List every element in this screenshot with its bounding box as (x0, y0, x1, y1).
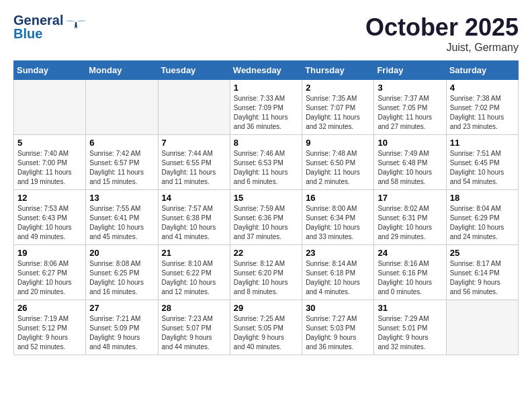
day-info: Sunrise: 7:25 AM Sunset: 5:05 PM Dayligh… (234, 314, 298, 352)
page-header: General Blue October 2025 Juist, Germany (13, 13, 519, 54)
day-cell-13: 13Sunrise: 7:55 AM Sunset: 6:41 PM Dayli… (86, 190, 158, 245)
day-cell-21: 21Sunrise: 8:10 AM Sunset: 6:22 PM Dayli… (158, 245, 230, 300)
day-cell-5: 5Sunrise: 7:40 AM Sunset: 7:00 PM Daylig… (14, 135, 86, 190)
day-number: 7 (162, 138, 226, 148)
day-number: 22 (234, 248, 298, 258)
day-number: 21 (162, 248, 226, 258)
day-info: Sunrise: 7:46 AM Sunset: 6:53 PM Dayligh… (234, 149, 298, 187)
day-number: 24 (378, 248, 442, 258)
weekday-saturday: Saturday (446, 61, 518, 80)
day-info: Sunrise: 8:06 AM Sunset: 6:27 PM Dayligh… (17, 259, 82, 297)
day-number: 31 (378, 303, 442, 313)
day-info: Sunrise: 8:12 AM Sunset: 6:20 PM Dayligh… (234, 259, 298, 297)
weekday-monday: Monday (86, 61, 158, 80)
day-number: 9 (306, 138, 370, 148)
day-number: 5 (17, 138, 82, 148)
day-number: 2 (306, 83, 370, 93)
empty-cell (446, 300, 518, 355)
day-cell-25: 25Sunrise: 8:17 AM Sunset: 6:14 PM Dayli… (446, 245, 518, 300)
day-cell-27: 27Sunrise: 7:21 AM Sunset: 5:09 PM Dayli… (86, 300, 158, 355)
day-cell-6: 6Sunrise: 7:42 AM Sunset: 6:57 PM Daylig… (86, 135, 158, 190)
week-row-5: 26Sunrise: 7:19 AM Sunset: 5:12 PM Dayli… (14, 300, 519, 355)
day-info: Sunrise: 7:19 AM Sunset: 5:12 PM Dayligh… (17, 314, 82, 352)
day-info: Sunrise: 7:53 AM Sunset: 6:43 PM Dayligh… (17, 204, 82, 242)
day-info: Sunrise: 8:04 AM Sunset: 6:29 PM Dayligh… (450, 204, 515, 242)
day-cell-9: 9Sunrise: 7:48 AM Sunset: 6:50 PM Daylig… (302, 135, 374, 190)
day-info: Sunrise: 7:51 AM Sunset: 6:45 PM Dayligh… (450, 149, 515, 187)
day-cell-19: 19Sunrise: 8:06 AM Sunset: 6:27 PM Dayli… (14, 245, 86, 300)
day-number: 10 (378, 138, 442, 148)
day-number: 25 (450, 248, 515, 258)
empty-cell (158, 80, 230, 135)
day-number: 28 (162, 303, 226, 313)
day-number: 17 (378, 193, 442, 203)
day-number: 3 (378, 83, 442, 93)
day-info: Sunrise: 7:48 AM Sunset: 6:50 PM Dayligh… (306, 149, 370, 187)
day-cell-20: 20Sunrise: 8:08 AM Sunset: 6:25 PM Dayli… (86, 245, 158, 300)
day-cell-3: 3Sunrise: 7:37 AM Sunset: 7:05 PM Daylig… (374, 80, 446, 135)
day-number: 20 (89, 248, 154, 258)
day-info: Sunrise: 7:21 AM Sunset: 5:09 PM Dayligh… (89, 314, 154, 352)
logo-bird-icon (66, 17, 86, 37)
day-cell-11: 11Sunrise: 7:51 AM Sunset: 6:45 PM Dayli… (446, 135, 518, 190)
empty-cell (86, 80, 158, 135)
day-number: 6 (89, 138, 154, 148)
weekday-sunday: Sunday (14, 61, 86, 80)
weekday-friday: Friday (374, 61, 446, 80)
day-number: 16 (306, 193, 370, 203)
day-cell-18: 18Sunrise: 8:04 AM Sunset: 6:29 PM Dayli… (446, 190, 518, 245)
day-info: Sunrise: 7:23 AM Sunset: 5:07 PM Dayligh… (162, 314, 226, 352)
weekday-tuesday: Tuesday (158, 61, 230, 80)
week-row-1: 1Sunrise: 7:33 AM Sunset: 7:09 PM Daylig… (14, 80, 519, 135)
day-number: 19 (17, 248, 82, 258)
day-info: Sunrise: 7:49 AM Sunset: 6:48 PM Dayligh… (378, 149, 442, 187)
day-info: Sunrise: 7:27 AM Sunset: 5:03 PM Dayligh… (306, 314, 370, 352)
empty-cell (14, 80, 86, 135)
day-number: 18 (450, 193, 515, 203)
day-info: Sunrise: 7:57 AM Sunset: 6:38 PM Dayligh… (162, 204, 226, 242)
day-info: Sunrise: 8:10 AM Sunset: 6:22 PM Dayligh… (162, 259, 226, 297)
day-cell-7: 7Sunrise: 7:44 AM Sunset: 6:55 PM Daylig… (158, 135, 230, 190)
day-info: Sunrise: 8:14 AM Sunset: 6:18 PM Dayligh… (306, 259, 370, 297)
day-number: 4 (450, 83, 515, 93)
day-cell-12: 12Sunrise: 7:53 AM Sunset: 6:43 PM Dayli… (14, 190, 86, 245)
day-cell-24: 24Sunrise: 8:16 AM Sunset: 6:16 PM Dayli… (374, 245, 446, 300)
day-info: Sunrise: 8:02 AM Sunset: 6:31 PM Dayligh… (378, 204, 442, 242)
weekday-thursday: Thursday (302, 61, 374, 80)
logo-blue: Blue (13, 27, 63, 40)
day-number: 13 (89, 193, 154, 203)
day-cell-8: 8Sunrise: 7:46 AM Sunset: 6:53 PM Daylig… (230, 135, 302, 190)
week-row-3: 12Sunrise: 7:53 AM Sunset: 6:43 PM Dayli… (14, 190, 519, 245)
day-number: 29 (234, 303, 298, 313)
day-number: 8 (234, 138, 298, 148)
day-info: Sunrise: 7:37 AM Sunset: 7:05 PM Dayligh… (378, 94, 442, 132)
day-cell-28: 28Sunrise: 7:23 AM Sunset: 5:07 PM Dayli… (158, 300, 230, 355)
day-cell-1: 1Sunrise: 7:33 AM Sunset: 7:09 PM Daylig… (230, 80, 302, 135)
weekday-header-row: SundayMondayTuesdayWednesdayThursdayFrid… (14, 61, 519, 80)
day-info: Sunrise: 7:29 AM Sunset: 5:01 PM Dayligh… (378, 314, 442, 352)
day-cell-22: 22Sunrise: 8:12 AM Sunset: 6:20 PM Dayli… (230, 245, 302, 300)
day-info: Sunrise: 7:59 AM Sunset: 6:36 PM Dayligh… (234, 204, 298, 242)
calendar-table: SundayMondayTuesdayWednesdayThursdayFrid… (13, 60, 519, 355)
week-row-4: 19Sunrise: 8:06 AM Sunset: 6:27 PM Dayli… (14, 245, 519, 300)
day-info: Sunrise: 7:38 AM Sunset: 7:02 PM Dayligh… (450, 94, 515, 132)
day-number: 11 (450, 138, 515, 148)
month-title: October 2025 (365, 13, 519, 42)
logo-general: General (13, 13, 63, 27)
day-cell-30: 30Sunrise: 7:27 AM Sunset: 5:03 PM Dayli… (302, 300, 374, 355)
day-info: Sunrise: 8:16 AM Sunset: 6:16 PM Dayligh… (378, 259, 442, 297)
day-cell-10: 10Sunrise: 7:49 AM Sunset: 6:48 PM Dayli… (374, 135, 446, 190)
day-number: 14 (162, 193, 226, 203)
day-info: Sunrise: 7:33 AM Sunset: 7:09 PM Dayligh… (234, 94, 298, 132)
day-number: 27 (89, 303, 154, 313)
day-cell-31: 31Sunrise: 7:29 AM Sunset: 5:01 PM Dayli… (374, 300, 446, 355)
day-cell-16: 16Sunrise: 8:00 AM Sunset: 6:34 PM Dayli… (302, 190, 374, 245)
location: Juist, Germany (365, 42, 519, 54)
day-number: 23 (306, 248, 370, 258)
day-number: 12 (17, 193, 82, 203)
day-cell-26: 26Sunrise: 7:19 AM Sunset: 5:12 PM Dayli… (14, 300, 86, 355)
day-info: Sunrise: 7:44 AM Sunset: 6:55 PM Dayligh… (162, 149, 226, 187)
day-cell-17: 17Sunrise: 8:02 AM Sunset: 6:31 PM Dayli… (374, 190, 446, 245)
day-number: 26 (17, 303, 82, 313)
logo: General Blue (13, 13, 86, 40)
